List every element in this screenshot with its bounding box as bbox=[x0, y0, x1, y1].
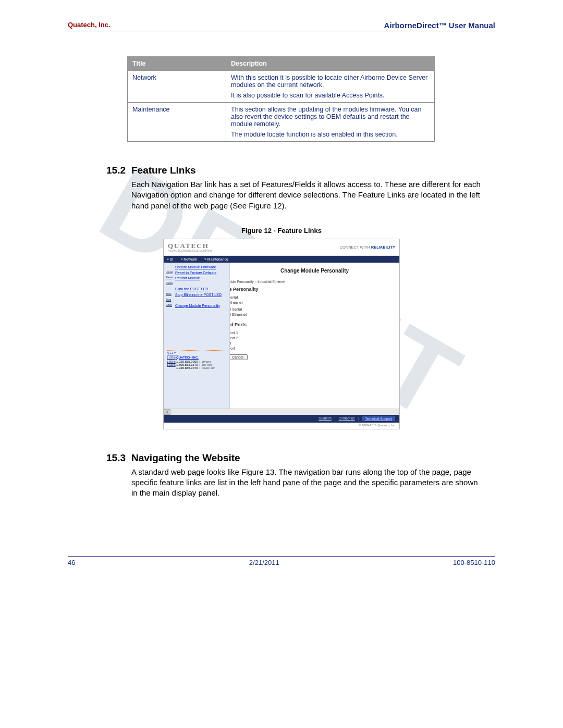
table-cell-desc: This section allows the updating of the … bbox=[226, 103, 435, 142]
fig-main-hint: odule Personality = Industrial Ethernet bbox=[230, 280, 399, 283]
fig-navbar: » St » Network » Maintenance bbox=[164, 256, 399, 263]
fig-nav-item[interactable]: » Network bbox=[180, 257, 197, 261]
page-header: Quatech, Inc. AirborneDirect™ User Manua… bbox=[68, 21, 495, 31]
table-row: Network With this section it is possible… bbox=[128, 71, 435, 103]
fig-side-link[interactable]: Reset to Factory Defaults bbox=[175, 270, 216, 276]
header-company: Quatech, Inc. bbox=[68, 21, 111, 30]
fig-footer-link[interactable]: Technical Support bbox=[362, 416, 395, 421]
fig-cancel-button[interactable]: Cancel bbox=[230, 354, 248, 360]
table-cell-title: Network bbox=[128, 71, 226, 103]
fig-side-link[interactable]: Update Module Firmware bbox=[175, 265, 216, 270]
fig-side-link[interactable]: Blink the POST LED bbox=[175, 287, 208, 292]
table-header-description: Description bbox=[226, 57, 435, 71]
fig-contact-name[interactable]: QUATECH INC. bbox=[176, 356, 199, 359]
fig-main-panel: Change Module Personality odule Personal… bbox=[230, 263, 399, 409]
figure-12-screenshot: QUATECH A DPAC TECHNOLOGIES COMPANY CONN… bbox=[163, 239, 400, 429]
fig-nav-item[interactable]: » Maintenance bbox=[204, 257, 228, 261]
fig-nav-item[interactable]: » St bbox=[167, 257, 173, 261]
fig-side-link[interactable]: Stop Blinking the POST LED bbox=[175, 292, 222, 298]
fig-footer-link[interactable]: Contact us bbox=[339, 416, 355, 421]
section-heading-feature-links: 15.2Feature Links bbox=[106, 165, 495, 176]
fig-main-subheading: ed Ports bbox=[230, 322, 399, 327]
table-row: Maintenance This section allows the upda… bbox=[128, 103, 435, 142]
nav-description-table: Title Description Network With this sect… bbox=[127, 56, 435, 142]
page-footer: 46 2/21/2011 100-8510-110 bbox=[68, 556, 495, 566]
table-header-title: Title bbox=[128, 57, 226, 71]
figure-caption: Figure 12 - Feature Links bbox=[68, 227, 495, 235]
fig-copyright: © 2009-2011 Quatech, Inc. bbox=[164, 423, 399, 429]
section-heading-navigating: 15.3Navigating the Website bbox=[106, 452, 495, 464]
table-cell-desc: With this section it is possible to loca… bbox=[226, 71, 435, 103]
fig-logo-subtitle: A DPAC TECHNOLOGIES COMPANY bbox=[168, 249, 212, 252]
section-paragraph: A standard web page looks like Figure 13… bbox=[131, 467, 486, 499]
fig-footer-bar: Quatech | Contact us | Technical Support bbox=[164, 415, 399, 423]
fig-main-heading: Change Module Personality bbox=[230, 268, 399, 274]
fig-contact-block: 1.330.6QUATECH INC. 1.800.51.330.655.900… bbox=[166, 355, 229, 372]
fig-side-link[interactable]: Restart Module bbox=[175, 276, 200, 281]
header-manual-title: AirborneDirect™ User Manual bbox=[384, 21, 495, 30]
footer-date: 2/21/2011 bbox=[249, 559, 279, 566]
fig-scroll-left-icon[interactable]: < bbox=[164, 409, 170, 415]
fig-logo: QUATECH bbox=[168, 242, 209, 250]
fig-sidebar: Update Module Firmware UpdatReset to Fac… bbox=[164, 263, 230, 409]
table-cell-title: Maintenance bbox=[128, 103, 226, 142]
footer-doc-number: 100-8510-110 bbox=[453, 559, 495, 566]
fig-side-link[interactable]: Change Module Personality bbox=[175, 303, 220, 309]
fig-tagline: CONNECT WITH RELIABILITY bbox=[339, 245, 395, 250]
fig-scrollbar[interactable]: < bbox=[164, 409, 399, 415]
section-paragraph: Each Navigation Bar link has a set of Fe… bbox=[131, 179, 486, 211]
footer-page-number: 46 bbox=[68, 559, 75, 566]
fig-footer-link[interactable]: Quatech bbox=[319, 416, 332, 421]
fig-main-subheading: le Personality bbox=[230, 287, 399, 292]
